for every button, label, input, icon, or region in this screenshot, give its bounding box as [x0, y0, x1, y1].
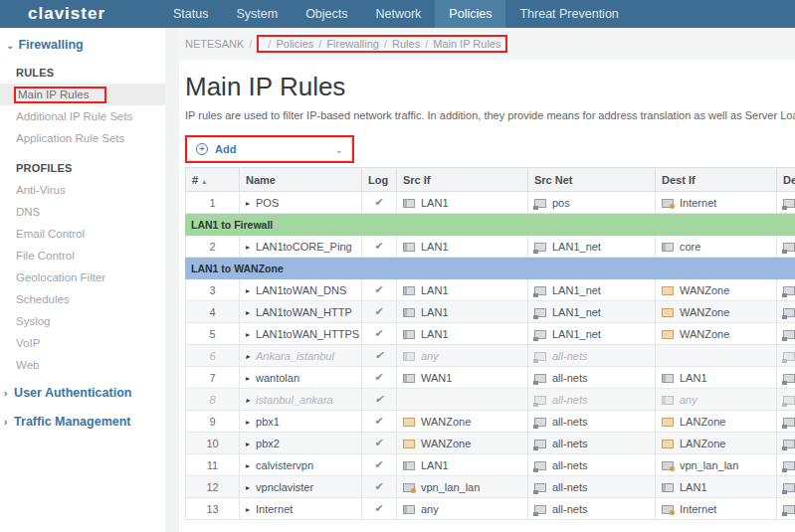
zone-icon	[662, 418, 674, 427]
nav-item-policies[interactable]: Policies	[435, 0, 505, 28]
table-row[interactable]: 6▸Ankara_istanbul✔anyall-nets	[186, 345, 795, 367]
rule-name-cell: ▸pbx2	[240, 433, 362, 454]
rule-name-cell: ▸LAN1toCORE_Ping	[240, 236, 362, 258]
breadcrumb-link-rules[interactable]: Rules	[392, 38, 420, 50]
sidebar-item-schedules[interactable]: Schedules	[0, 288, 165, 310]
column-header--[interactable]: #▴	[186, 168, 240, 192]
table-row[interactable]: 11▸calvistervpn✔LAN1all-netsvpn_lan_lan	[186, 454, 795, 476]
table-row[interactable]: 1▸POS✔LAN1posInternet	[186, 192, 795, 214]
dest-net-cell	[777, 345, 795, 367]
table-row[interactable]: 9▸pbx1✔WANZoneall-netsLANZone	[186, 411, 795, 433]
rule-name: vpnclavister	[256, 481, 313, 493]
breadcrumb-link-main-ip-rules[interactable]: Main IP Rules	[433, 38, 500, 50]
log-cell: ✔	[362, 192, 397, 214]
table-row[interactable]: 2▸LAN1toCORE_Ping✔LAN1LAN1_netcore	[186, 236, 795, 258]
interface-icon	[662, 374, 674, 383]
sidebar-item-application-rule-sets[interactable]: Application Rule Sets	[0, 127, 165, 149]
sidebar-item-main-ip-rules[interactable]: Main IP Rules	[0, 84, 165, 105]
sidebar-item-firewalling[interactable]: ⌄Firewalling	[0, 28, 165, 54]
src-net-cell: LAN1_net	[528, 301, 656, 323]
rule-name-cell: ▸pbx1	[240, 411, 362, 433]
src-net-cell: all-nets	[528, 411, 656, 433]
cell-label: vpn_lan_lan	[680, 459, 738, 471]
chevron-right-icon: ›	[4, 417, 10, 428]
sidebar-item-label: Traffic Management	[14, 415, 130, 429]
sidebar-item-web[interactable]: Web	[0, 354, 165, 376]
network-icon	[783, 374, 795, 383]
table-row[interactable]: 5▸LAN1toWAN_HTTPS✔LAN1LAN1_netWANZone	[186, 323, 795, 345]
breadcrumb-link-firewalling[interactable]: Firewalling	[326, 38, 379, 50]
nav-item-objects[interactable]: Objects	[292, 0, 361, 28]
rule-number-cell: 6	[186, 345, 240, 367]
expand-caret-icon[interactable]: ▸	[246, 352, 250, 361]
expand-caret-icon[interactable]: ▸	[246, 330, 250, 339]
table-row[interactable]: 3▸LAN1toWAN_DNS✔LAN1LAN1_netWANZone	[186, 279, 795, 301]
sidebar-item-voip[interactable]: VoIP	[0, 332, 165, 354]
rule-name-cell: ▸wantolan	[240, 367, 362, 389]
log-cell: ✔	[362, 411, 397, 433]
expand-caret-icon[interactable]: ▸	[246, 286, 250, 295]
interface-icon	[403, 374, 415, 383]
table-row[interactable]: 7▸wantolan✔WAN1all-netsLAN1	[186, 367, 795, 389]
expand-caret-icon[interactable]: ▸	[246, 440, 250, 448]
sidebar-item-user-authentication[interactable]: › User Authentication	[0, 382, 165, 405]
cell-label: LAN1_net	[552, 284, 601, 296]
nav-item-system[interactable]: System	[222, 0, 292, 28]
table-row[interactable]: 13▸Internet✔anyall-netsInternet	[186, 498, 795, 520]
sidebar-item-email-control[interactable]: Email Control	[0, 223, 165, 245]
nav-item-network[interactable]: Network	[362, 0, 436, 28]
column-header-src-net[interactable]: Src Net	[528, 168, 656, 192]
expand-caret-icon[interactable]: ▸	[246, 199, 250, 208]
column-header-src-if[interactable]: Src If	[397, 168, 528, 192]
vpn-icon	[403, 483, 415, 492]
sidebar-item-dns[interactable]: DNS	[0, 201, 165, 223]
expand-caret-icon[interactable]: ▸	[246, 418, 250, 427]
top-header-bar: clavister StatusSystemObjectsNetworkPoli…	[0, 0, 795, 28]
expand-caret-icon[interactable]: ▸	[246, 308, 250, 317]
sidebar-item-file-control[interactable]: File Control	[0, 245, 165, 266]
zone-icon	[662, 286, 674, 295]
interface-icon	[403, 352, 415, 361]
rule-name-cell: ▸Ankara_istanbul	[240, 345, 362, 367]
sidebar-item-traffic-management[interactable]: › Traffic Management	[0, 411, 165, 434]
dest-if-cell: core	[656, 236, 777, 258]
cell-label: LANZone	[680, 416, 725, 428]
column-header-dest-if[interactable]: Dest If	[656, 168, 777, 192]
cell-label: LAN1_net	[552, 306, 601, 318]
src-if-cell: LAN1	[397, 301, 528, 323]
sidebar-item-anti-virus[interactable]: Anti-Virus	[0, 179, 165, 201]
sidebar-item-syslog[interactable]: Syslog	[0, 310, 165, 332]
table-row[interactable]: 4▸LAN1toWAN_HTTP✔LAN1LAN1_netWANZone	[186, 301, 795, 323]
column-header-dest-net[interactable]: Dest Net	[777, 168, 795, 192]
breadcrumb-device[interactable]: NETESANK	[185, 38, 244, 50]
nav-item-threat-prevention[interactable]: Threat Prevention	[505, 0, 632, 28]
nav-item-status[interactable]: Status	[159, 0, 222, 28]
expand-caret-icon[interactable]: ▸	[246, 396, 250, 405]
log-cell: ✔	[362, 345, 397, 367]
dest-net-cell	[777, 279, 795, 301]
expand-caret-icon[interactable]: ▸	[246, 461, 250, 470]
network-icon	[534, 330, 546, 339]
rule-name: LAN1toWAN_HTTPS	[256, 328, 359, 340]
expand-caret-icon[interactable]: ▸	[246, 243, 250, 252]
column-header-name[interactable]: Name	[240, 168, 362, 192]
add-button[interactable]: + Add ⌄	[187, 137, 352, 161]
vpn-icon	[662, 461, 674, 470]
breadcrumb-link-policies[interactable]: Policies	[276, 38, 313, 50]
table-row[interactable]: 10▸pbx2✔WANZoneall-netsLANZone	[186, 433, 795, 454]
rule-name-cell: ▸LAN1toWAN_DNS	[240, 279, 362, 301]
column-header-log[interactable]: Log	[362, 168, 397, 192]
cell-label: vpn_lan_lan	[421, 481, 480, 493]
log-cell: ✔	[362, 236, 397, 258]
cell-label: LAN1	[421, 328, 449, 340]
expand-caret-icon[interactable]: ▸	[246, 505, 250, 514]
group-header-label: LAN1 to Firewall	[186, 214, 795, 236]
expand-caret-icon[interactable]: ▸	[246, 374, 250, 383]
expand-caret-icon[interactable]: ▸	[246, 483, 250, 492]
table-row[interactable]: 12▸vpnclavister✔vpn_lan_lanall-netsLAN1	[186, 476, 795, 498]
sidebar-item-additional-ip-rule-sets[interactable]: Additional IP Rule Sets	[0, 105, 165, 127]
sidebar-item-geolocation-filter[interactable]: Geolocation Filter	[0, 266, 165, 288]
interface-icon	[403, 286, 415, 295]
table-row[interactable]: 8▸istanbul_ankara✔all-netsany	[186, 389, 795, 411]
src-if-cell: LAN1	[397, 323, 528, 345]
